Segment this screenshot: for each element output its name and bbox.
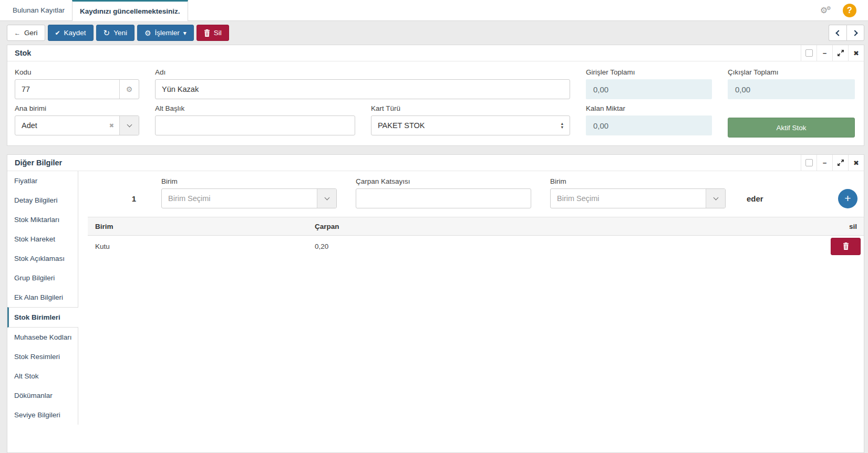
operations-label: İşlemler bbox=[155, 29, 180, 37]
sidebar-tab-muhasebe-kodlari[interactable]: Muhasebe Kodları bbox=[7, 328, 78, 347]
chevron-left-icon bbox=[835, 30, 841, 36]
kodu-label: Kodu bbox=[15, 68, 139, 76]
chevron-down-icon bbox=[713, 195, 718, 200]
delete-row-button[interactable] bbox=[831, 238, 861, 255]
gear-small-icon: ⚙ bbox=[826, 5, 831, 11]
birim2-placeholder: Birim Seçimi bbox=[551, 194, 706, 203]
trash-icon bbox=[843, 243, 849, 250]
carpan-katsayisi-input[interactable] bbox=[356, 189, 531, 208]
chevron-down-icon bbox=[127, 122, 132, 127]
birim2-select[interactable]: Birim Seçimi bbox=[550, 188, 726, 208]
kart-turu-select[interactable]: PAKET STOK ▴▾ bbox=[371, 115, 570, 135]
collapse-icon[interactable]: − bbox=[817, 155, 832, 171]
panel-select-checkbox[interactable] bbox=[801, 45, 817, 61]
sidebar-tab-alt-stok[interactable]: Alt Stok bbox=[7, 366, 78, 386]
refresh-icon: ↻ bbox=[104, 29, 110, 37]
operations-button[interactable]: ⚙ İşlemler ▾ bbox=[137, 25, 194, 41]
girisler-field-group: Girişler Toplamı 0,00 bbox=[586, 68, 712, 99]
checkbox bbox=[805, 159, 813, 166]
sidebar-tab-stok-aciklamasi[interactable]: Stok Açıklaması bbox=[7, 249, 78, 268]
col-birim: Birim bbox=[88, 223, 315, 230]
panel-select-checkbox[interactable] bbox=[801, 155, 817, 171]
cikislar-label: Çıkışlar Toplamı bbox=[728, 68, 855, 76]
ana-birimi-dropdown-addon[interactable] bbox=[119, 116, 139, 135]
alt-baslik-input[interactable] bbox=[156, 116, 355, 135]
toolbar: ← Geri ✔ Kaydet ↻ Yeni ⚙ İşlemler ▾ Sil bbox=[0, 21, 868, 45]
carpan-field-group: Çarpan Katsayısı bbox=[356, 177, 531, 208]
help-icon[interactable]: ? bbox=[843, 4, 856, 17]
birim1-placeholder: Birim Seçimi bbox=[162, 194, 317, 203]
diger-bilgiler-panel: Diğer Bilgiler − ✖ Fiyatlar Detay Bilgil… bbox=[7, 154, 864, 453]
birim2-field-group: Birim Birim Seçimi bbox=[550, 177, 726, 208]
record-nav-group bbox=[829, 25, 864, 41]
new-button[interactable]: ↻ Yeni bbox=[96, 25, 135, 41]
alt-baslik-field-group: Alt Başlık bbox=[155, 104, 355, 138]
add-birim-button[interactable]: + bbox=[838, 189, 857, 208]
sidebar-tab-grup-bilgileri[interactable]: Grup Bilgileri bbox=[7, 268, 78, 288]
gear-icon: ⚙ bbox=[144, 29, 151, 37]
birim-add-row: 1 Birim Birim Seçimi Çarpan Katsayısı Bi… bbox=[78, 177, 864, 208]
girisler-value: 0,00 bbox=[586, 79, 712, 99]
aktif-stok-group: Aktif Stok bbox=[728, 104, 855, 138]
sidebar-tab-dokumanlar[interactable]: Dökümanlar bbox=[7, 386, 78, 405]
kodu-gear-addon[interactable]: ⚙ bbox=[119, 80, 139, 99]
sidebar-tab-detay-bilgileri[interactable]: Detay Bilgileri bbox=[7, 191, 78, 210]
cikislar-field-group: Çıkışlar Toplamı 0,00 bbox=[728, 68, 855, 99]
kalan-label: Kalan Miktar bbox=[586, 104, 712, 112]
cell-birim: Kutu bbox=[88, 243, 315, 250]
kart-turu-field-group: Kart Türü PAKET STOK ▴▾ bbox=[371, 104, 570, 138]
tab-bulunan-kayitlar[interactable]: Bulunan Kayıtlar bbox=[5, 0, 72, 20]
diger-panel-controls: − ✖ bbox=[801, 155, 864, 171]
clear-icon[interactable]: ✖ bbox=[109, 122, 119, 129]
check-icon: ✔ bbox=[55, 30, 60, 36]
delete-button[interactable]: Sil bbox=[197, 25, 229, 41]
back-button[interactable]: ← Geri bbox=[7, 25, 45, 41]
ana-birimi-select[interactable]: Adet ✖ bbox=[15, 115, 139, 135]
trash-icon bbox=[204, 29, 210, 37]
plus-icon: + bbox=[844, 193, 851, 204]
col-sil: sil bbox=[824, 223, 864, 230]
birim2-dropdown-addon[interactable] bbox=[706, 189, 725, 208]
collapse-icon[interactable]: − bbox=[817, 45, 832, 61]
sidebar-tab-stok-resimleri[interactable]: Stok Resimleri bbox=[7, 347, 78, 366]
sidebar-tab-seviye-bilgileri[interactable]: Seviye Bilgileri bbox=[7, 405, 78, 425]
sidebar-tab-fiyatlar[interactable]: Fiyatlar bbox=[7, 171, 78, 191]
save-button[interactable]: ✔ Kaydet bbox=[48, 25, 94, 41]
kalan-field-group: Kalan Miktar 0,00 bbox=[586, 104, 712, 138]
expand-icon[interactable] bbox=[832, 45, 848, 61]
cikislar-value: 0,00 bbox=[728, 79, 855, 99]
sidebar-tab-stok-hareket[interactable]: Stok Hareket bbox=[7, 229, 78, 249]
kart-turu-value: PAKET STOK bbox=[371, 121, 561, 130]
select-arrows-icon: ▴▾ bbox=[561, 122, 570, 129]
expand-icon[interactable] bbox=[832, 155, 848, 171]
adi-field-group: Adı bbox=[155, 68, 570, 99]
ana-birimi-field-group: Ana birimi Adet ✖ bbox=[15, 104, 139, 138]
gear-icon: ⚙ bbox=[126, 85, 133, 93]
close-icon[interactable]: ✖ bbox=[848, 155, 864, 171]
prev-record-button[interactable] bbox=[829, 25, 846, 41]
row-number: 1 bbox=[78, 194, 161, 203]
adi-label: Adı bbox=[155, 68, 570, 76]
topbar-right: ⚙⚙ ? bbox=[820, 0, 868, 20]
sidebar-tab-stok-miktarlari[interactable]: Stok Miktarları bbox=[7, 210, 78, 229]
aktif-stok-button[interactable]: Aktif Stok bbox=[728, 118, 855, 138]
kodu-input[interactable] bbox=[15, 80, 119, 99]
close-icon[interactable]: ✖ bbox=[848, 45, 864, 61]
eder-label: eder bbox=[747, 194, 763, 203]
stok-birimleri-content: 1 Birim Birim Seçimi Çarpan Katsayısı Bi… bbox=[78, 171, 864, 452]
sidebar-tab-stok-birimleri[interactable]: Stok Birimleri bbox=[7, 307, 78, 328]
stok-detail-tabs: Fiyatlar Detay Bilgileri Stok Miktarları… bbox=[7, 171, 78, 452]
tab-kayit-guncelleme[interactable]: Kaydınızı güncellemektesiniz. bbox=[72, 0, 188, 21]
stok-panel-controls: − ✖ bbox=[801, 45, 864, 61]
birim2-label: Birim bbox=[550, 177, 726, 185]
birim1-select[interactable]: Birim Seçimi bbox=[161, 188, 337, 208]
sidebar-tab-ek-alan-bilgileri[interactable]: Ek Alan Bilgileri bbox=[7, 288, 78, 307]
back-label: Geri bbox=[24, 29, 38, 37]
settings-gears-icon[interactable]: ⚙⚙ bbox=[820, 6, 832, 15]
next-record-button[interactable] bbox=[846, 25, 864, 41]
birim-table: Birim Çarpan sil Kutu 0,20 bbox=[88, 217, 864, 257]
birim1-dropdown-addon[interactable] bbox=[317, 189, 336, 208]
checkbox bbox=[805, 49, 813, 57]
kart-turu-label: Kart Türü bbox=[371, 104, 570, 112]
adi-input[interactable] bbox=[156, 80, 570, 99]
